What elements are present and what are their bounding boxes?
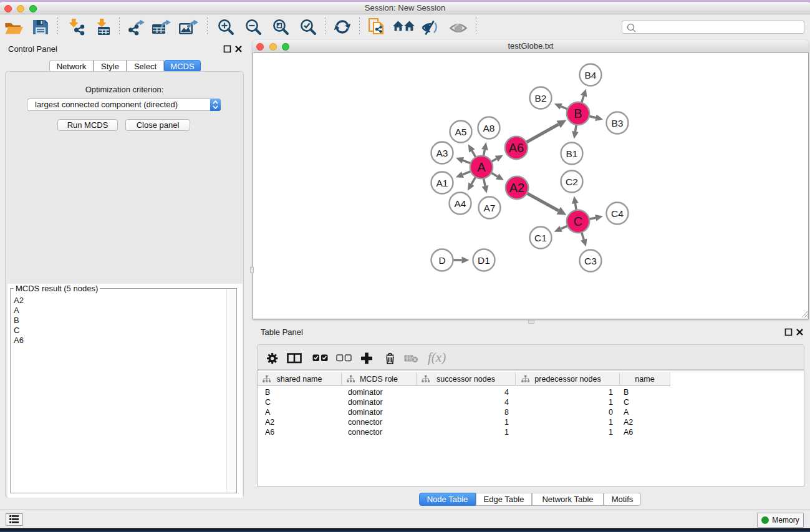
svg-text:C: C [574,215,582,228]
svg-text:A1: A1 [436,178,448,188]
svg-text:A2: A2 [509,181,524,195]
svg-text:A5: A5 [455,127,467,137]
svg-text:B2: B2 [535,93,547,104]
svg-text:C1: C1 [534,233,547,243]
svg-text:C3: C3 [584,256,597,266]
svg-text:B4: B4 [585,70,597,80]
svg-text:B1: B1 [566,148,578,159]
svg-text:D1: D1 [478,255,490,266]
svg-text:C4: C4 [611,208,624,219]
svg-text:A6: A6 [509,141,524,155]
svg-text:A3: A3 [436,148,448,158]
svg-text:D: D [438,255,445,266]
svg-text:A8: A8 [483,123,495,133]
svg-text:B3: B3 [612,118,624,128]
svg-text:A4: A4 [455,198,466,209]
svg-text:A: A [477,160,486,174]
svg-text:B: B [574,107,582,120]
svg-text:A7: A7 [484,203,496,213]
svg-text:C2: C2 [566,177,578,187]
